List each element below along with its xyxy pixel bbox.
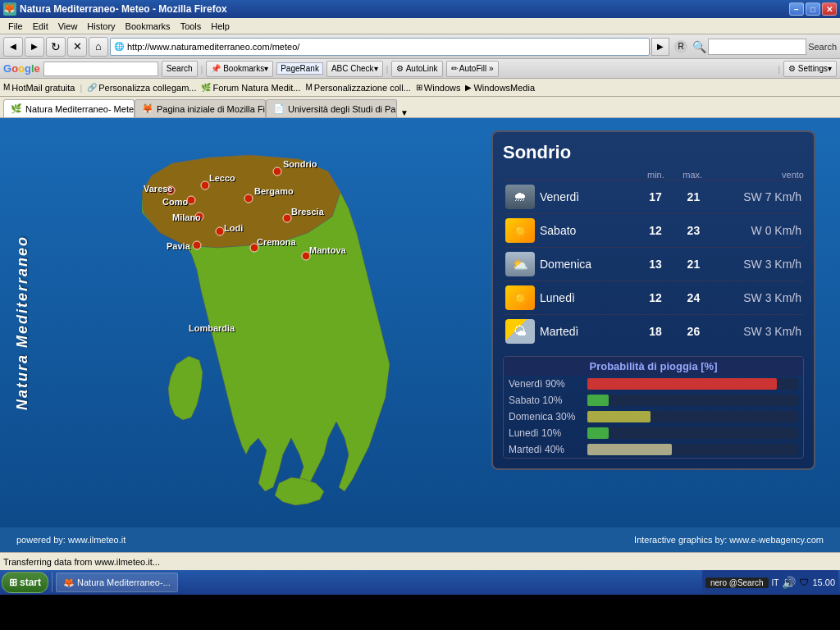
header-max: max. (664, 170, 702, 180)
menu-edit[interactable]: Edit (28, 21, 53, 31)
city-label-milano: Milano (172, 212, 201, 222)
city-dot-pavia (193, 241, 201, 249)
min-venerdi: 17 (626, 180, 664, 214)
weather-city: Sondrio (503, 142, 804, 163)
refresh-button[interactable]: ↻ (46, 37, 66, 57)
menu-bar: File Edit View History Bookmarks Tools H… (0, 18, 840, 34)
city-dot-brescia (283, 214, 291, 222)
sardinia (168, 356, 203, 420)
go-button[interactable]: ▶ (651, 38, 669, 56)
forward-button[interactable]: ► (25, 37, 44, 57)
icon-lunedi: ☀️ (503, 281, 537, 315)
max-domenica: 21 (664, 248, 702, 281)
weather-row-sabato: ☀️ Sabato 12 23 W 0 Km/h (503, 214, 804, 248)
tabs-dropdown[interactable]: ▼ (400, 108, 409, 117)
status-bar: Transferring data from www.ilmeteo.it... (0, 552, 840, 570)
tab-universita[interactable]: 📄 Università degli Studi di Padova ✕ (266, 99, 397, 117)
max-lunedi: 24 (664, 281, 702, 315)
menu-file[interactable]: File (3, 21, 28, 31)
tab-mozilla[interactable]: 🦊 Pagina iniziale di Mozilla Firefox ✕ (135, 99, 266, 117)
menu-view[interactable]: View (53, 21, 83, 31)
back-button[interactable]: ◄ (3, 37, 23, 57)
start-button[interactable]: ⊞ start (2, 572, 48, 593)
city-label-bergamo: Bergamo (254, 186, 294, 196)
nero-search[interactable]: nero @Search (705, 578, 769, 588)
google-toolbar: Google Search | 📌 Bookmarks▾ PageRank AB… (0, 59, 840, 79)
menu-history[interactable]: History (82, 21, 120, 31)
settings-button[interactable]: ⚙ Settings▾ (783, 61, 837, 77)
wind-domenica: SW 3 Km/h (702, 248, 804, 281)
rain-bar-bg-martedi (587, 444, 798, 455)
address-input[interactable] (127, 42, 646, 52)
pagerank-label: PageRank (276, 62, 323, 75)
personalizza-icon: 🔗 (87, 83, 97, 92)
tab-universita-label: Università degli Studi di Padova (288, 104, 397, 114)
nero-label: nero @Search (710, 578, 764, 587)
weather-row-domenica: ⛅ Domenica 13 21 SW 3 Km/h (503, 248, 804, 281)
tab-meteo[interactable]: 🌿 Natura Mediterraneo- Meteo ✕ (3, 99, 135, 117)
bookmark-personalizza-label: Personalizza collegam... (98, 83, 196, 93)
rain-bar-bg-domenica (587, 411, 798, 422)
wind-sabato: W 0 Km/h (702, 214, 804, 248)
taskbar-firefox-label: Natura Mediterraneo-... (77, 578, 171, 587)
weather-table: min. max. vento 🌧 Venerdì 17 21 SW 7 Km/… (503, 170, 804, 348)
menu-tools[interactable]: Tools (176, 21, 207, 31)
rain-row-martedi: Martedì 40% (504, 441, 803, 458)
day-domenica: Domenica (537, 248, 626, 281)
rain-row-lunedi: Lunedì 10% (504, 425, 803, 441)
address-bar[interactable]: 🌐 (110, 38, 650, 56)
header-min: min. (626, 170, 664, 180)
google-search-button[interactable]: Search (162, 61, 198, 77)
city-label-mantova: Mantova (309, 245, 347, 255)
city-dot-como (187, 196, 195, 204)
max-sabato: 23 (664, 214, 702, 248)
city-label-lodi: Lodi (224, 223, 243, 233)
stop-button[interactable]: ✕ (67, 37, 87, 57)
close-button[interactable]: ✕ (822, 2, 837, 16)
city-label-cremona: Cremona (257, 237, 297, 247)
minimize-button[interactable]: − (789, 2, 804, 16)
weather-row-venerdi: 🌧 Venerdì 17 21 SW 7 Km/h (503, 180, 804, 214)
min-lunedi: 12 (626, 281, 664, 315)
bookmark-forum-label: Forum Natura Medit... (212, 83, 300, 93)
main-content: Natura Mediterraneo Lombardia Sondrio Le… (0, 118, 840, 527)
rain-label-sabato: Sabato 10% (509, 395, 582, 406)
city-label-lecco: Lecco (209, 173, 235, 183)
abc-button[interactable]: ABC Check▾ (326, 61, 383, 77)
bookmark-forum[interactable]: 🌿 Forum Natura Medit... (201, 83, 300, 93)
header-wind: vento (702, 170, 804, 180)
google-toolbar-logo: Google (3, 62, 40, 75)
day-venerdi: Venerdì (537, 180, 626, 214)
bookmarks-button[interactable]: 📌 Bookmarks▾ (206, 61, 273, 77)
taskbar-security-icon: 🛡 (799, 577, 809, 588)
day-lunedi: Lunedì (537, 281, 626, 315)
taskbar-firefox-icon: 🦊 (63, 578, 75, 588)
bookmark-personalizza[interactable]: 🔗 Personalizza collegam... (87, 83, 196, 93)
autolink-button[interactable]: ⚙ AutoLink (391, 61, 442, 77)
menu-bookmarks[interactable]: Bookmarks (121, 21, 176, 31)
toolbar-separator3: | (778, 64, 780, 74)
city-dot-lodi (216, 227, 224, 235)
bookmark-windows[interactable]: ⊞ Windows (416, 83, 461, 93)
map-container[interactable]: Lombardia Sondrio Lecco Bergamo Varese C… (45, 126, 447, 512)
google-input[interactable] (708, 39, 806, 55)
window-controls: − □ ✕ (789, 2, 837, 16)
wind-martedi: SW 3 Km/h (702, 315, 804, 349)
menu-help[interactable]: Help (206, 21, 235, 31)
maximize-button[interactable]: □ (806, 2, 820, 16)
city-dot-sondrio (273, 167, 281, 176)
bookmark-personalizzazione[interactable]: M Personalizzazione coll... (305, 83, 410, 93)
rain-bar-bg-lunedi (587, 427, 798, 439)
clock: 15.00 (812, 578, 835, 587)
rain-label-domenica: Domenica 30% (509, 411, 582, 422)
autofill-button[interactable]: ✏ AutoFill » (446, 61, 499, 77)
rain-bar-domenica (587, 411, 651, 422)
taskbar-firefox[interactable]: 🦊 Natura Mediterraneo-... (56, 573, 178, 592)
bookmark-hotmail[interactable]: M HotMail gratuita (3, 83, 75, 93)
rain-row-sabato: Sabato 10% (504, 392, 803, 409)
bookmark-windows-label: Windows (424, 83, 461, 93)
bookmark-windowsmedia[interactable]: ▶ WindowsMedia (465, 83, 535, 93)
title-bar: 🦊 Natura Mediterraneo- Meteo - Mozilla F… (0, 0, 840, 18)
home-button[interactable]: ⌂ (89, 37, 108, 57)
google-search-input[interactable] (43, 62, 158, 76)
